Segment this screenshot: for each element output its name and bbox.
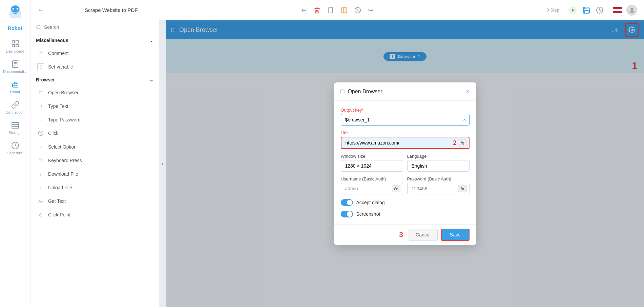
accept-dialog-label: Accept dialog [356,200,385,205]
download-file-icon: ↓ [37,171,44,177]
sidebar-item-click-point[interactable]: ⊙ Click Point [30,208,159,222]
username-input-wrap: fx [341,183,403,194]
sidebar-item-download-file[interactable]: ↓ Download File [30,167,159,181]
back-button[interactable]: ← [37,6,44,14]
sidebar-item-keyboard-press[interactable]: ⌘ Keyboard Press [30,154,159,167]
modal-body: Output key* × Url* [334,101,476,224]
url-fx-button[interactable]: fx [458,139,467,147]
sidebar-item-connection[interactable]: Connection [0,97,30,118]
url-input[interactable] [341,137,469,148]
sidebar-item-type-text[interactable]: Tt Type Text [30,99,159,113]
accept-dialog-toggle-row: Accept dialog [341,199,470,206]
save-button[interactable] [582,6,590,14]
search-icon [36,24,41,30]
username-fx-button[interactable]: fx [392,185,400,192]
sidebar-item-dashboard[interactable]: Dashboard [0,36,30,57]
sidebar-item-click[interactable]: Click [30,127,159,140]
svg-point-4 [16,8,18,10]
sidebar-item-schedule[interactable]: Schedule [0,138,30,158]
sidebar-item-select-option[interactable]: ≡ Select Option [30,140,159,154]
grid-icon [11,40,19,48]
output-key-field: Output key* × [341,108,470,126]
sidebar-item-type-text-label: Type Text [48,103,68,109]
svg-rect-5 [14,13,17,14]
modal-title: Open Browser [348,89,462,95]
type-text-icon: Tt [37,103,44,110]
type-password-icon: ··· [37,116,44,123]
sidebar-item-open-browser[interactable]: □ Open Browser [30,86,159,99]
sidebar-item-type-password[interactable]: ··· Type Password [30,113,159,127]
history-button[interactable] [596,6,603,14]
save-button-modal[interactable]: Save [441,229,470,241]
sidebar-item-documentation[interactable]: Documentati... [0,57,30,77]
get-text-icon: A+ [37,198,44,205]
svg-line-33 [40,28,41,29]
sidebar-item-comment[interactable]: # Comment [30,46,159,60]
svg-rect-19 [12,122,19,124]
left-panel: Miscellaneous ⌄ # Comment [] Set variabl… [30,20,159,307]
output-key-clear[interactable]: × [463,117,466,122]
svg-rect-11 [16,44,18,47]
sidebar-item-comment-label: Comment [48,51,69,56]
language-select[interactable]: English Spanish French German [407,160,470,172]
svg-rect-10 [12,44,15,47]
window-size-label: Window size [341,154,403,159]
modal-footer: 3 Cancel Save [334,224,476,245]
undo-button[interactable]: ↩ [301,6,307,14]
redo-button[interactable]: ↪ [368,6,374,14]
resize-button[interactable] [341,7,348,14]
section-miscellaneous-header[interactable]: Miscellaneous ⌄ [30,34,159,46]
document-icon [11,60,19,68]
password-label: Password (Basic Auth) [407,176,470,181]
svg-rect-9 [16,41,18,43]
search-input[interactable] [44,24,153,30]
block-button[interactable] [354,7,361,14]
device-button[interactable] [327,7,334,14]
url-annotation-number: 2 [453,139,456,147]
window-size-select-wrap: 1280 × 1024 1920 × 1080 1366 × 768 [341,160,403,172]
collapse-panel-button[interactable]: › [159,20,166,307]
modal-header: □ Open Browser × [334,82,476,101]
sidebar-item-get-text-label: Get Text [48,198,66,204]
sidebar-item-storage[interactable]: Storage [0,118,30,138]
svg-rect-8 [12,41,15,43]
svg-point-18 [16,85,17,86]
url-input-wrap: 2 fx [341,137,470,149]
password-fx-button[interactable]: fx [458,185,467,192]
output-key-label: Output key* [341,108,470,113]
language-field: Language English Spanish French German [407,154,470,172]
section-browser-header[interactable]: Browser ⌄ [30,74,159,86]
output-key-input[interactable] [341,114,470,126]
cancel-button[interactable]: Cancel [409,229,438,241]
svg-rect-25 [341,7,347,13]
app-title: Robot [8,25,22,31]
sidebar-item-upload-file[interactable]: ↑ Upload File [30,181,159,194]
sidebar-item-open-browser-label: Open Browser [48,90,78,95]
sidebar-item-robot[interactable]: Robot [0,77,30,97]
sidebar-item-documentation-label: Documentati... [3,70,27,74]
modal-header-icon: □ [341,88,345,95]
window-size-select[interactable]: 1280 × 1024 1920 × 1080 1366 × 768 [341,160,403,172]
language-label: Language [407,154,470,159]
accept-dialog-toggle[interactable] [341,199,353,206]
screenshot-toggle-row: Screenshot [341,211,470,217]
output-key-input-wrap: × [341,114,470,126]
modal-close-button[interactable]: × [466,88,470,95]
comment-icon: # [37,50,44,57]
delete-button[interactable] [314,7,320,14]
play-button[interactable] [569,6,577,14]
sidebar-item-get-text[interactable]: A+ Get Text [30,194,159,208]
screenshot-label: Screenshot [356,211,380,217]
sidebar-item-select-option-label: Select Option [48,144,77,150]
connection-icon [11,101,19,109]
sidebar-item-set-variable[interactable]: [] Set variable [30,60,159,74]
sidebar-item-dashboard-label: Dashboard [6,49,24,53]
username-label: Username (Basic Auth) [341,176,403,181]
screenshot-toggle[interactable] [341,211,353,217]
svg-line-27 [356,8,360,12]
sidebar-item-set-variable-label: Set variable [48,64,73,70]
language-select-wrap: English Spanish French German [407,160,470,172]
click-point-icon: ⊙ [37,211,44,218]
svg-rect-21 [12,127,19,128]
avatar [626,5,637,16]
